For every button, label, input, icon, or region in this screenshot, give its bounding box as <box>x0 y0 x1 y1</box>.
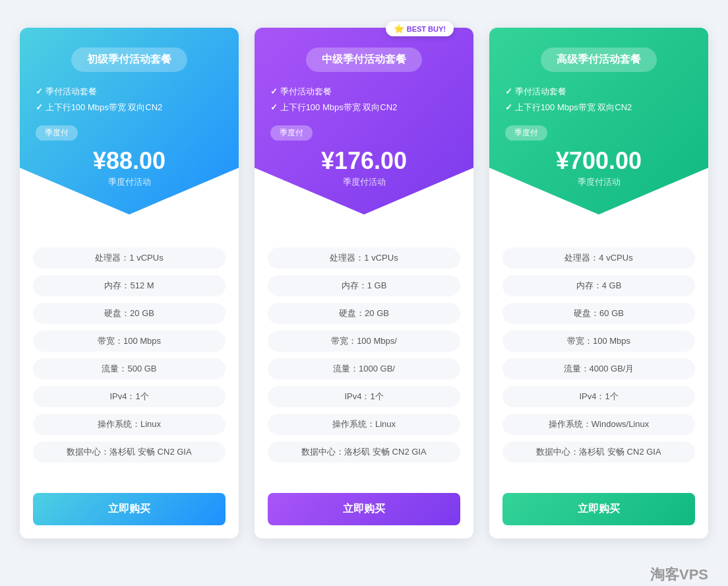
spec-item: 流量：500 GB <box>33 358 226 379</box>
spec-item: 数据中心：洛杉矶 安畅 CN2 GIA <box>502 441 695 463</box>
feature-item: 季付活动套餐 <box>270 84 458 99</box>
spec-item: 处理器：1 vCPUs <box>268 247 460 269</box>
spec-item: IPv4：1个 <box>33 386 226 407</box>
card-header: 中级季付活动套餐 季付活动套餐上下行100 Mbps带宽 双向CN2 季度付 ¥… <box>255 28 473 214</box>
spec-item: 硬盘：60 GB <box>502 303 695 324</box>
billing-badge: 季度付 <box>270 125 313 141</box>
spec-item: 内存：4 GB <box>502 275 695 296</box>
card-body: 处理器：4 vCPUs内存：4 GB硬盘：60 GB带宽：100 Mbps流量：… <box>489 214 708 482</box>
spec-item: IPv4：1个 <box>268 386 460 407</box>
price-display: ¥176.00 <box>270 147 458 175</box>
spec-item: IPv4：1个 <box>502 386 695 407</box>
billing-badge: 季度付 <box>36 125 78 141</box>
card-title: 初级季付活动套餐 <box>71 48 187 72</box>
card-header: 初级季付活动套餐 季付活动套餐上下行100 Mbps带宽 双向CN2 季度付 ¥… <box>20 28 239 214</box>
pricing-card-basic: 初级季付活动套餐 季付活动套餐上下行100 Mbps带宽 双向CN2 季度付 ¥… <box>20 28 239 538</box>
features-list: 季付活动套餐上下行100 Mbps带宽 双向CN2 <box>36 84 223 115</box>
spec-item: 带宽：100 Mbps <box>502 331 695 352</box>
card-body: 处理器：1 vCPUs内存：512 M硬盘：20 GB带宽：100 Mbps流量… <box>20 214 239 482</box>
pricing-container: 初级季付活动套餐 季付活动套餐上下行100 Mbps带宽 双向CN2 季度付 ¥… <box>13 21 715 565</box>
spec-item: 流量：1000 GB/ <box>268 358 460 379</box>
best-buy-label: BEST BUY! <box>407 25 446 33</box>
price-period: 季度付活动 <box>505 176 692 188</box>
feature-item: 上下行100 Mbps带宽 双向CN2 <box>36 100 223 115</box>
features-list: 季付活动套餐上下行100 Mbps带宽 双向CN2 <box>270 84 458 115</box>
price-period: 季度付活动 <box>36 176 223 188</box>
card-title: 高级季付活动套餐 <box>541 48 657 72</box>
spec-item: 处理器：4 vCPUs <box>502 247 695 269</box>
spec-item: 硬盘：20 GB <box>268 303 460 324</box>
price-period: 季度付活动 <box>270 176 458 188</box>
spec-item: 处理器：1 vCPUs <box>33 247 226 269</box>
pricing-card-mid: ⭐ BEST BUY! 中级季付活动套餐 季付活动套餐上下行100 Mbps带宽… <box>255 28 473 538</box>
card-body: 处理器：1 vCPUs内存：1 GB硬盘：20 GB带宽：100 Mbps/流量… <box>255 214 473 482</box>
pricing-card-advanced: 高级季付活动套餐 季付活动套餐上下行100 Mbps带宽 双向CN2 季度付 ¥… <box>489 28 708 538</box>
buy-button[interactable]: 立即购买 <box>33 493 226 525</box>
billing-badge: 季度付 <box>505 125 547 141</box>
spec-item: 数据中心：洛杉矶 安畅 CN2 GIA <box>268 441 460 463</box>
features-list: 季付活动套餐上下行100 Mbps带宽 双向CN2 <box>505 84 692 115</box>
buy-button[interactable]: 立即购买 <box>502 493 695 525</box>
spec-item: 流量：4000 GB/月 <box>502 358 695 379</box>
price-display: ¥88.00 <box>36 147 223 175</box>
buy-button[interactable]: 立即购买 <box>268 493 460 525</box>
spec-item: 操作系统：Windows/Linux <box>502 414 695 435</box>
watermark: 淘客VPS <box>650 565 708 585</box>
spec-item: 内存：1 GB <box>268 275 460 296</box>
spec-item: 操作系统：Linux <box>33 414 226 435</box>
spec-item: 内存：512 M <box>33 275 226 296</box>
feature-item: 季付活动套餐 <box>505 84 692 99</box>
spec-item: 数据中心：洛杉矶 安畅 CN2 GIA <box>33 441 226 463</box>
feature-item: 上下行100 Mbps带宽 双向CN2 <box>505 100 692 115</box>
spec-item: 操作系统：Linux <box>268 414 460 435</box>
spec-item: 硬盘：20 GB <box>33 303 226 324</box>
feature-item: 季付活动套餐 <box>36 84 223 99</box>
feature-item: 上下行100 Mbps带宽 双向CN2 <box>270 100 458 115</box>
spec-item: 带宽：100 Mbps/ <box>268 331 460 352</box>
price-display: ¥700.00 <box>505 147 692 175</box>
star-icon: ⭐ <box>394 24 404 34</box>
card-title: 中级季付活动套餐 <box>306 48 422 72</box>
card-header: 高级季付活动套餐 季付活动套餐上下行100 Mbps带宽 双向CN2 季度付 ¥… <box>489 28 708 214</box>
best-buy-badge: ⭐ BEST BUY! <box>386 21 454 36</box>
spec-item: 带宽：100 Mbps <box>33 331 226 352</box>
